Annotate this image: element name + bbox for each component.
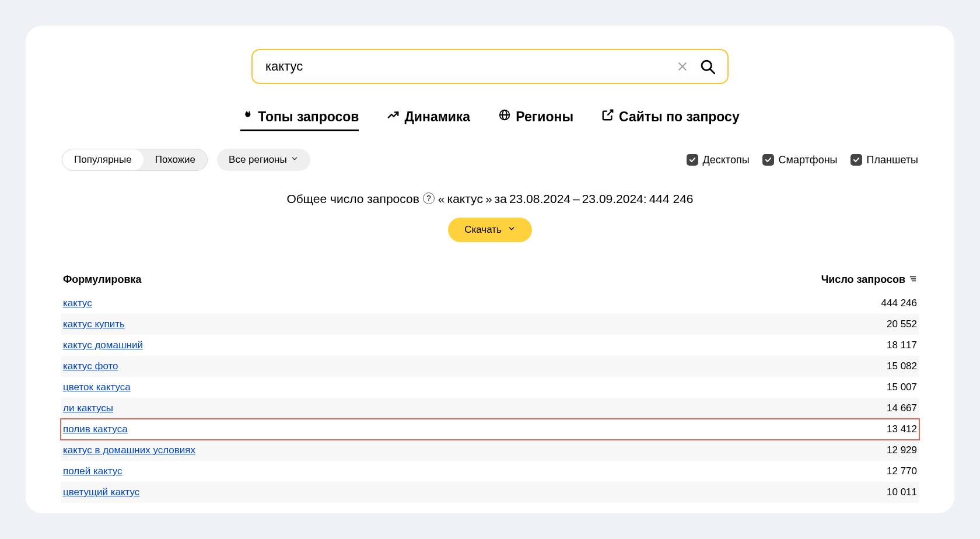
query-count: 10 011 [812, 487, 917, 498]
main-panel: Топы запросов Динамика Регионы [26, 26, 954, 513]
query-link[interactable]: ли кактусы [63, 402, 812, 414]
table-row: кактус купить20 552 [61, 314, 919, 335]
table-row: полив кактуса13 412 [61, 419, 919, 440]
query-count: 15 007 [812, 382, 917, 393]
query-link[interactable]: цветок кактуса [63, 382, 812, 393]
query-link[interactable]: полив кактуса [63, 424, 812, 435]
tab-label: Динамика [404, 109, 470, 125]
results-table: Формулировка Число запросов кактус444 24… [61, 274, 919, 503]
download-label: Скачать [464, 224, 502, 236]
table-row: кактус фото15 082 [61, 356, 919, 377]
query-count: 18 117 [812, 340, 917, 351]
query-link[interactable]: кактус купить [63, 318, 812, 330]
chevron-down-icon [290, 154, 299, 166]
header-count[interactable]: Число запросов [812, 274, 917, 286]
download-wrap: Скачать [61, 218, 919, 242]
query-link[interactable]: кактус фото [63, 360, 812, 372]
table-row: кактус444 246 [61, 293, 919, 314]
tab-regions[interactable]: Регионы [498, 108, 573, 131]
help-icon[interactable]: ? [423, 192, 435, 204]
query-link[interactable]: кактус домашний [63, 340, 812, 351]
check-tablet[interactable]: Планшеты [850, 154, 918, 166]
query-count: 20 552 [812, 318, 917, 330]
query-count: 444 246 [812, 298, 917, 309]
sort-desc-icon [909, 274, 917, 286]
table-row: кактус домашний18 117 [61, 335, 919, 356]
filters-row: Популярные Похожие Все регионы Десктопы … [61, 149, 919, 171]
table-row: цветок кактуса15 007 [61, 377, 919, 398]
search-box [251, 49, 729, 84]
query-count: 13 412 [812, 424, 917, 435]
summary-date-from: 23.08.2024 [509, 192, 570, 206]
query-link[interactable]: кактус в домашних условиях [63, 444, 812, 456]
query-count: 15 082 [812, 360, 917, 372]
summary-term-close: » [485, 192, 492, 206]
tabs: Топы запросов Динамика Регионы [61, 108, 919, 131]
svg-line-3 [710, 69, 715, 74]
query-count: 14 667 [812, 402, 917, 414]
tab-label: Регионы [516, 109, 573, 125]
flame-icon [240, 108, 253, 125]
check-label: Смартфоны [779, 154, 838, 166]
check-label: Десктопы [703, 154, 750, 166]
query-link[interactable]: кактус [63, 298, 812, 309]
download-button[interactable]: Скачать [448, 218, 532, 242]
region-select[interactable]: Все регионы [217, 149, 310, 171]
clear-icon[interactable] [675, 59, 690, 74]
segment-popular[interactable]: Популярные [62, 149, 144, 170]
tab-top-queries[interactable]: Топы запросов [240, 108, 359, 131]
summary-term: кактус [447, 192, 483, 206]
summary-term-open: « [438, 192, 445, 206]
segment-control: Популярные Похожие [62, 149, 208, 171]
summary-dash: – [573, 192, 580, 206]
summary-za: за [495, 192, 507, 206]
check-label: Планшеты [867, 154, 918, 166]
summary-total: 444 246 [649, 192, 694, 206]
header-query: Формулировка [63, 274, 812, 286]
summary-date-to: 23.09.2024: [582, 192, 647, 206]
query-link[interactable]: полей кактус [63, 466, 812, 477]
table-row: кактус в домашних условиях12 929 [61, 440, 919, 461]
table-row: ли кактусы14 667 [61, 398, 919, 419]
search-container [251, 49, 729, 84]
query-link[interactable]: цветущий кактус [63, 487, 812, 498]
tab-label: Сайты по запросу [619, 109, 740, 125]
check-smartphone[interactable]: Смартфоны [762, 154, 838, 166]
checkbox-icon [762, 154, 774, 166]
query-count: 12 770 [812, 466, 917, 477]
table-row: цветущий кактус10 011 [61, 482, 919, 503]
region-label: Все регионы [229, 154, 287, 166]
header-count-label: Число запросов [821, 274, 905, 286]
query-count: 12 929 [812, 444, 917, 456]
table-header: Формулировка Число запросов [61, 274, 919, 293]
tab-label: Топы запросов [258, 109, 359, 125]
summary-line: Общее число запросов ? «кактус» за 23.08… [61, 192, 919, 206]
checkbox-icon [687, 154, 698, 166]
search-icon[interactable] [698, 57, 717, 76]
chevron-down-icon [508, 224, 516, 236]
summary-prefix: Общее число запросов [286, 192, 419, 206]
search-input[interactable] [265, 59, 675, 74]
tab-sites[interactable]: Сайты по запросу [601, 108, 740, 131]
table-row: полей кактус12 770 [61, 461, 919, 482]
check-desktop[interactable]: Десктопы [687, 154, 750, 166]
checkbox-icon [850, 154, 862, 166]
external-icon [601, 108, 614, 125]
tab-dynamics[interactable]: Динамика [387, 108, 470, 131]
globe-icon [498, 108, 511, 125]
trend-icon [387, 108, 400, 125]
table-body: кактус444 246кактус купить20 552кактус д… [61, 293, 919, 503]
segment-similar[interactable]: Похожие [144, 149, 207, 170]
device-checks: Десктопы Смартфоны Планшеты [687, 154, 918, 166]
